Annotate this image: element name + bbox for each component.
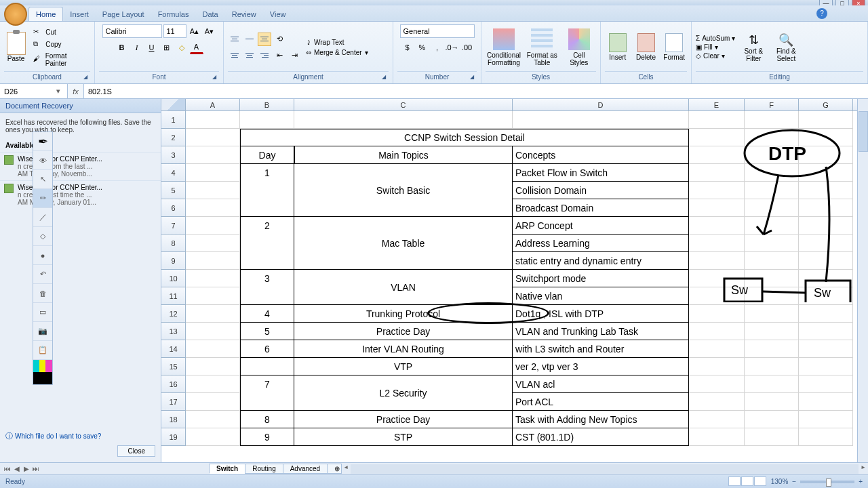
cell[interactable]: Practice Day: [294, 411, 513, 428]
sheet-tab-switch[interactable]: Switch: [209, 464, 245, 474]
row-header[interactable]: 6: [161, 199, 186, 217]
row-header[interactable]: 3: [161, 146, 186, 164]
which-file-link[interactable]: Which file do I want to save?: [15, 432, 101, 440]
cell[interactable]: [294, 111, 513, 129]
new-sheet-button[interactable]: ⊕: [327, 464, 342, 474]
fx-icon[interactable]: fx: [68, 84, 84, 98]
row-header[interactable]: 4: [161, 164, 186, 182]
cell[interactable]: Switch Basic: [294, 164, 513, 217]
fill-button[interactable]: ▣ Fill ▾: [696, 43, 735, 51]
eraser-tool-icon[interactable]: ◇: [33, 227, 52, 246]
cell[interactable]: Packet Flow in Switch: [513, 164, 689, 182]
cell[interactable]: [689, 235, 745, 252]
zoom-out-button[interactable]: −: [792, 478, 796, 485]
cell[interactable]: Day: [240, 146, 294, 164]
sort-filter-button[interactable]: ⇅Sort & Filter: [739, 33, 768, 62]
row-header[interactable]: 8: [161, 235, 186, 252]
cell[interactable]: [240, 252, 294, 270]
format-cells-button[interactable]: Format: [661, 33, 687, 61]
cell[interactable]: [745, 305, 799, 323]
decrease-indent-button[interactable]: ⇤: [273, 49, 286, 62]
formula-input[interactable]: 802.1S: [84, 84, 868, 98]
dot-tool-icon[interactable]: ●: [33, 246, 52, 265]
row-header[interactable]: 19: [161, 428, 186, 446]
sheet-nav[interactable]: ⏮◀▶⏭: [0, 465, 43, 472]
cell[interactable]: L2 Security: [294, 375, 513, 411]
cell[interactable]: [240, 182, 294, 199]
copy-button[interactable]: ⧉Copy: [32, 39, 90, 50]
paste-button[interactable]: Paste: [4, 30, 28, 64]
cell[interactable]: [689, 199, 745, 217]
cell[interactable]: [186, 235, 240, 252]
cell[interactable]: Concepts: [513, 146, 689, 164]
decrease-decimal-button[interactable]: .00: [460, 41, 474, 54]
marker-tool-icon[interactable]: ✏: [33, 189, 52, 208]
find-select-button[interactable]: 🔍Find & Select: [772, 33, 800, 62]
row-header[interactable]: 12: [161, 305, 186, 323]
cell[interactable]: Inter VLAN Routing: [294, 340, 513, 358]
clear-button[interactable]: ◇ Clear ▾: [696, 52, 735, 60]
cell[interactable]: [745, 235, 799, 252]
cell[interactable]: [799, 375, 853, 393]
cell[interactable]: [186, 358, 240, 375]
cell[interactable]: [799, 358, 853, 375]
font-name-select[interactable]: [102, 24, 162, 38]
row-header[interactable]: 7: [161, 217, 186, 235]
cell[interactable]: [689, 129, 745, 146]
cell[interactable]: [745, 164, 799, 182]
clipboard-tool-icon[interactable]: 📋: [33, 341, 52, 360]
cell[interactable]: [745, 199, 799, 217]
col-header[interactable]: D: [513, 99, 689, 110]
cell[interactable]: Port ACL: [513, 393, 689, 411]
dialog-launcher-icon[interactable]: ◢: [469, 74, 475, 81]
help-icon[interactable]: ?: [816, 8, 827, 19]
cell[interactable]: [745, 393, 799, 411]
align-center-button[interactable]: [243, 49, 256, 62]
tab-insert[interactable]: Insert: [63, 7, 96, 21]
col-header[interactable]: G: [799, 99, 853, 110]
fill-color-button[interactable]: ◇: [175, 41, 189, 54]
cell[interactable]: [745, 428, 799, 446]
cell[interactable]: CST (801.1D): [513, 428, 689, 446]
row-header[interactable]: 1: [161, 111, 186, 129]
cell[interactable]: Dot1q , ISL with DTP: [513, 305, 689, 323]
cell[interactable]: [799, 305, 853, 323]
cell[interactable]: [240, 287, 294, 305]
accounting-button[interactable]: $: [401, 41, 414, 54]
cell[interactable]: 5: [240, 323, 294, 340]
cell[interactable]: Mac Table: [294, 217, 513, 270]
cell[interactable]: VLAN acl: [513, 375, 689, 393]
cell[interactable]: [799, 164, 853, 182]
cell[interactable]: 7: [240, 375, 294, 393]
cell[interactable]: [186, 199, 240, 217]
cell[interactable]: [186, 111, 240, 129]
row-header[interactable]: 2: [161, 129, 186, 146]
cell[interactable]: [689, 375, 745, 393]
row-header[interactable]: 16: [161, 375, 186, 393]
cell[interactable]: [745, 375, 799, 393]
cell[interactable]: ver 2, vtp ver 3: [513, 358, 689, 375]
sheet-tab-routing[interactable]: Routing: [245, 464, 283, 474]
select-all-corner[interactable]: [161, 99, 186, 110]
cell[interactable]: [186, 340, 240, 358]
name-box[interactable]: D26▾: [0, 84, 68, 98]
cell[interactable]: VLAN and Trunking Lab Task: [513, 323, 689, 340]
col-header[interactable]: C: [294, 99, 513, 110]
cell[interactable]: [799, 287, 853, 305]
cell[interactable]: [799, 182, 853, 199]
borders-button[interactable]: ⊞: [160, 41, 174, 54]
orientation-button[interactable]: ⟲: [273, 33, 286, 46]
cell[interactable]: [799, 270, 853, 287]
cell[interactable]: CCNP Switch Session Detail: [240, 129, 689, 146]
col-header[interactable]: F: [745, 99, 799, 110]
cell[interactable]: [186, 270, 240, 287]
cell[interactable]: [689, 305, 745, 323]
cell[interactable]: [689, 411, 745, 428]
cell[interactable]: [689, 393, 745, 411]
cell[interactable]: [799, 411, 853, 428]
cell[interactable]: 8: [240, 411, 294, 428]
align-right-button[interactable]: [258, 49, 271, 62]
increase-decimal-button[interactable]: .0→: [446, 41, 459, 54]
cell[interactable]: [240, 199, 294, 217]
conditional-formatting-button[interactable]: Conditional Formatting: [486, 27, 522, 68]
